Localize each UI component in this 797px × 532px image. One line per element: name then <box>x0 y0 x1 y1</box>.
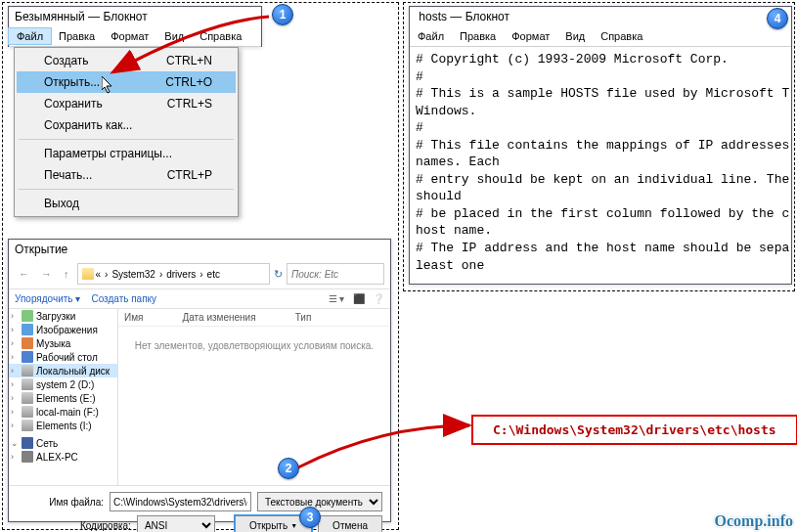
menu-save[interactable]: СохранитьCTRL+S <box>17 93 236 114</box>
breadcrumb[interactable]: «› System32› drivers› etc <box>77 263 271 285</box>
cancel-button[interactable]: Отмена <box>318 515 382 532</box>
nav-up-icon[interactable]: ↑ <box>60 268 73 280</box>
encoding-select[interactable]: ANSI <box>137 515 215 532</box>
hosts-file-content[interactable]: # Copyright (c) 1993-2009 Microsoft Corp… <box>410 47 791 278</box>
open-dialog: Открытие ← → ↑ «› System32› drivers› etc… <box>8 239 391 522</box>
tree-desktop[interactable]: ›Рабочий стол <box>9 350 117 364</box>
menu-print[interactable]: Печать...CTRL+P <box>17 164 236 186</box>
organize-button[interactable]: Упорядочить <box>15 293 73 304</box>
mouse-cursor-icon <box>102 76 115 96</box>
window-title-right: hosts — Блокнот <box>410 7 791 26</box>
notepad-window-left: Безымянный — Блокнот Файл Правка Формат … <box>8 6 262 47</box>
path-callout: C:\Windows\System32\drivers\etc\hosts <box>471 415 797 445</box>
menu-help-r[interactable]: Справка <box>593 28 650 44</box>
encoding-label: Кодировка: <box>80 520 131 531</box>
refresh-icon[interactable]: ↻ <box>274 268 283 281</box>
open-dialog-title: Открытие <box>9 240 390 259</box>
menu-open[interactable]: Открыть...CTRL+O <box>17 71 236 93</box>
badge-2: 2 <box>278 458 299 479</box>
menu-file[interactable]: Файл <box>9 28 51 44</box>
window-title: Безымянный — Блокнот <box>9 7 261 26</box>
search-input[interactable] <box>287 263 384 285</box>
filetype-select[interactable]: Текстовые документы (*.txt) <box>257 492 382 511</box>
tree-system2[interactable]: ›system 2 (D:) <box>9 377 117 391</box>
file-dropdown: СоздатьCTRL+N Открыть...CTRL+O Сохранить… <box>14 47 239 217</box>
menubar: Файл Правка Формат Вид Справка <box>9 26 261 47</box>
tree-music[interactable]: ›Музыка <box>9 336 117 350</box>
tree-alexpc[interactable]: ›ALEX-PC <box>9 450 117 464</box>
filename-label: Имя файла: <box>49 497 104 508</box>
tree-elements-i[interactable]: ›Elements (I:) <box>9 419 117 432</box>
nav-back-icon[interactable]: ← <box>15 268 33 280</box>
menu-pagesetup[interactable]: Параметры страницы... <box>17 143 236 164</box>
menu-format-r[interactable]: Формат <box>504 28 557 44</box>
menu-edit[interactable]: Правка <box>51 28 103 44</box>
filename-input[interactable] <box>110 492 251 511</box>
badge-4: 4 <box>767 8 788 29</box>
tree-localdisk[interactable]: ›Локальный диск <box>9 364 117 377</box>
empty-message: Нет элементов, удовлетворяющих условиям … <box>118 340 390 351</box>
watermark: Ocomp.info <box>715 512 793 530</box>
file-list: ИмяДата измененияТип Нет элементов, удов… <box>118 309 390 485</box>
menu-edit-r[interactable]: Правка <box>452 28 504 44</box>
menu-exit[interactable]: Выход <box>17 193 236 214</box>
notepad-window-right: hosts — Блокнот Файл Правка Формат Вид С… <box>409 6 792 285</box>
menu-file-r[interactable]: Файл <box>410 28 452 44</box>
new-folder-button[interactable]: Создать папку <box>91 293 156 304</box>
menu-saveas[interactable]: Сохранить как... <box>17 114 236 136</box>
folder-tree: ›Загрузки ›Изображения ›Музыка ›Рабочий … <box>9 309 118 485</box>
menubar-right: Файл Правка Формат Вид Справка <box>410 26 791 47</box>
menu-view-r[interactable]: Вид <box>557 28 593 44</box>
tree-downloads[interactable]: ›Загрузки <box>9 309 117 323</box>
menu-help[interactable]: Справка <box>192 28 249 44</box>
tree-network[interactable]: ⌄Сеть <box>9 436 117 450</box>
tree-images[interactable]: ›Изображения <box>9 323 117 336</box>
tree-elements-e[interactable]: ›Elements (E:) <box>9 391 117 405</box>
tree-localmain[interactable]: ›local-main (F:) <box>9 405 117 419</box>
menu-view[interactable]: Вид <box>156 28 192 44</box>
nav-fwd-icon[interactable]: → <box>37 268 56 280</box>
menu-format[interactable]: Формат <box>103 28 156 44</box>
menu-create[interactable]: СоздатьCTRL+N <box>17 50 236 71</box>
badge-3: 3 <box>299 507 321 528</box>
badge-1: 1 <box>272 4 293 25</box>
